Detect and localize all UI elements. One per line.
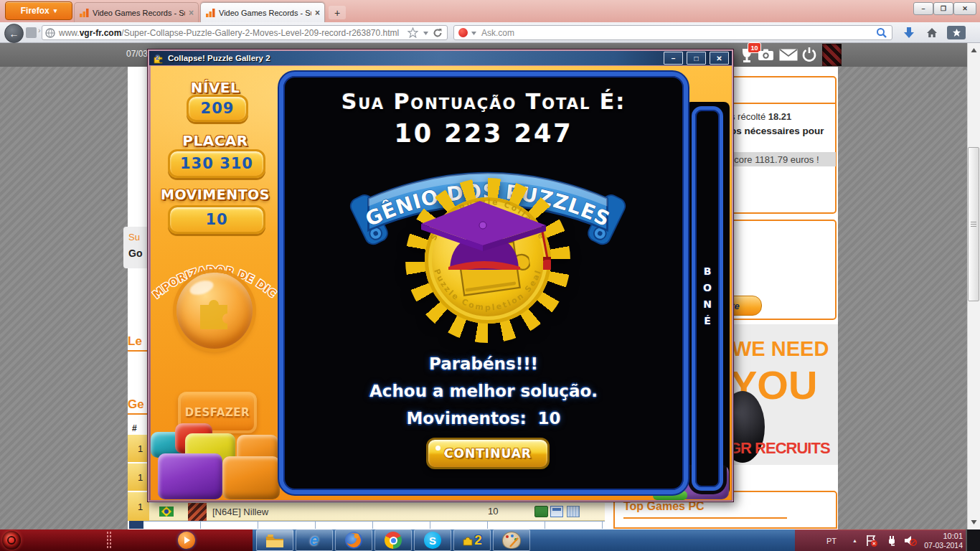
- best-solution-text: Achou a melhor solução.: [283, 382, 684, 400]
- player-name[interactable]: [N64E] Nillew: [212, 507, 268, 517]
- recruit-line3: GR RECRUITS: [729, 439, 830, 458]
- show-desktop-button[interactable]: [966, 529, 980, 551]
- result-panel: Sua Pontuação Total É: 10 223 247: [279, 72, 688, 494]
- orange-block[interactable]: [222, 456, 280, 499]
- hint-timer-ball[interactable]: [176, 273, 253, 349]
- vgr-favicon: [79, 8, 89, 18]
- show-hidden-icons[interactable]: ▲: [852, 538, 857, 543]
- tab-1[interactable]: Video Games Records - Super Collaps... ×: [74, 2, 199, 22]
- page-icon[interactable]: [26, 27, 37, 38]
- screenshot-icon[interactable]: [550, 506, 563, 517]
- url-path: /Super-Collapse-Puzzle-Gallery-2-Moves-L…: [121, 28, 405, 38]
- puzzle-piece-icon: [194, 291, 235, 331]
- search-bar[interactable]: Ask.com: [453, 25, 892, 40]
- game-content: NÍVEL 209 PLACAR 130 310 MOVIMENTOS 10 T…: [151, 66, 732, 500]
- tray-clock[interactable]: 10:01 07-03-2014: [921, 532, 963, 550]
- taskbar-button-media-player[interactable]: [166, 529, 207, 551]
- skype-logo-glyph: S: [424, 532, 441, 549]
- rank-column-header: #: [132, 423, 137, 433]
- proof-icon[interactable]: [534, 506, 548, 517]
- reload-icon[interactable]: [433, 28, 443, 38]
- recruit-banner[interactable]: WE NEED YOU GR RECRUITS: [727, 324, 838, 465]
- bookmark-star-icon[interactable]: [407, 27, 418, 38]
- mail-icon[interactable]: [779, 49, 798, 61]
- bonus-label: BONÉ: [702, 265, 713, 331]
- power-icon[interactable]: [801, 46, 817, 62]
- purple-block[interactable]: [158, 453, 222, 499]
- firefox-menu-label: Firefox: [21, 6, 50, 16]
- url-dropdown-icon[interactable]: [423, 30, 429, 36]
- game-window-titlebar[interactable]: 2 Collapse! Puzzle Gallery 2 – □ ✕: [149, 51, 732, 65]
- donation-box-divider: [727, 103, 837, 104]
- window-close-button[interactable]: ✕: [953, 2, 976, 15]
- home-icon[interactable]: [925, 27, 938, 39]
- game-maximize-button[interactable]: □: [687, 52, 706, 65]
- url-www: www.: [59, 28, 80, 38]
- tab-close-icon[interactable]: ×: [189, 8, 194, 18]
- sparkle-icon: [444, 452, 447, 455]
- language-indicator[interactable]: PT: [826, 537, 837, 545]
- donation-highlight: ncore 1181.79 euros !: [729, 152, 836, 166]
- back-button[interactable]: ←: [4, 24, 24, 43]
- game-window-title: Collapse! Puzzle Gallery 2: [168, 54, 660, 62]
- new-tab-button[interactable]: +: [329, 6, 346, 19]
- power-plug-icon[interactable]: [885, 534, 897, 550]
- scrollbar-thumb[interactable]: [968, 147, 979, 301]
- vgr-favicon: [205, 8, 215, 18]
- taskbar-button-chrome[interactable]: [374, 529, 412, 551]
- action-center-flag-icon[interactable]: ✕: [865, 534, 877, 550]
- volume-muted-icon[interactable]: [904, 534, 917, 550]
- sparkle-icon: [435, 446, 440, 451]
- breadcrumb-chevron-icon: ›: [38, 26, 41, 34]
- rank-cell: 1: [128, 463, 149, 491]
- continue-button[interactable]: CONTINUAR: [426, 438, 550, 469]
- total-score-value: 10 223 247: [283, 119, 684, 148]
- search-engine-dropdown-icon[interactable]: [471, 30, 477, 36]
- desktop: Firefox ▾ Video Games Records - Super Co…: [0, 0, 980, 551]
- rank-cell: 1: [128, 435, 149, 462]
- taskbar-button-puzzle-game[interactable]: 2: [453, 529, 491, 551]
- scrollbar-down-icon[interactable]: [971, 519, 977, 525]
- recruit-line1: WE NEED: [732, 337, 829, 361]
- url-bar[interactable]: www.vgr-fr.com/Super-Collapse-Puzzle-Gal…: [42, 25, 448, 40]
- scrollbar-up-icon[interactable]: [971, 47, 977, 53]
- tab-2-active[interactable]: Video Games Records - Super Collaps... ×: [200, 2, 325, 22]
- taskbar-button-internet-explorer[interactable]: e: [296, 529, 333, 551]
- start-button[interactable]: [2, 531, 21, 550]
- avatar[interactable]: [822, 44, 842, 66]
- tab-close-icon[interactable]: ×: [315, 8, 320, 18]
- taskbar-button-skype[interactable]: S: [414, 529, 451, 551]
- record-row[interactable]: [N64E] Nillew 10: [149, 503, 605, 521]
- taskbar-button-firefox[interactable]: [335, 529, 372, 551]
- congrats-text: Parabéns!!!: [283, 354, 684, 373]
- search-icon[interactable]: [876, 27, 887, 39]
- ask-logo-icon: [458, 28, 468, 37]
- moves-label: MOVIMENTOS: [151, 187, 280, 202]
- page-link-su[interactable]: Su: [128, 232, 140, 242]
- heading-underline: [128, 413, 147, 415]
- next-table-row: [143, 521, 605, 529]
- downloads-icon[interactable]: [903, 27, 915, 39]
- continue-button-label: CONTINUAR: [444, 446, 532, 461]
- level-label: NÍVEL: [151, 79, 280, 96]
- game-window[interactable]: 2 Collapse! Puzzle Gallery 2 – □ ✕ NÍVEL…: [147, 49, 734, 502]
- chevron-down-icon: ▾: [54, 7, 57, 14]
- rank-cell: 1: [128, 492, 149, 521]
- taskbar-button-explorer[interactable]: [256, 529, 293, 551]
- page-heading-ge[interactable]: Ge: [128, 397, 144, 412]
- game-minimize-button[interactable]: –: [664, 52, 683, 65]
- page-margin-left: [0, 67, 128, 529]
- tab-2-label: Video Games Records - Super Collaps...: [219, 9, 311, 17]
- game-close-button[interactable]: ✕: [710, 52, 729, 65]
- window-minimize-button[interactable]: –: [913, 2, 933, 15]
- bookmarks-menu-icon[interactable]: [947, 26, 966, 39]
- calendar-icon[interactable]: [567, 506, 580, 517]
- taskbar-button-paint[interactable]: [493, 529, 530, 551]
- search-placeholder: Ask.com: [481, 28, 876, 38]
- firefox-menu-button[interactable]: Firefox ▾: [5, 1, 72, 20]
- camera-icon[interactable]: [758, 48, 775, 62]
- system-tray: PT ▲ ✕ 10:01 07-03-2014: [795, 529, 966, 551]
- page-heading-le[interactable]: Le: [128, 334, 142, 349]
- site-header-date: 07/03: [126, 49, 148, 59]
- window-maximize-button[interactable]: ❐: [933, 2, 953, 15]
